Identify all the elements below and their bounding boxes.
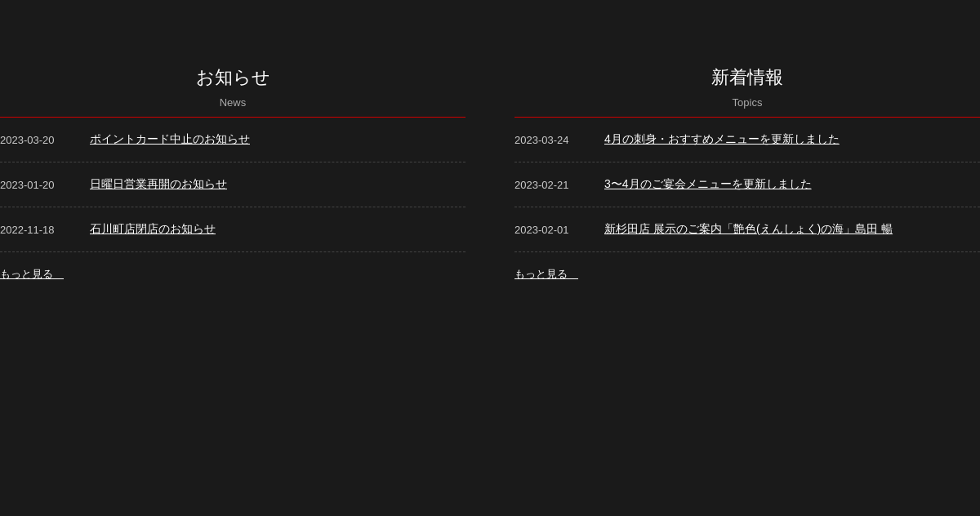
news-item: 2022-11-18 石川町店閉店のお知らせ — [0, 207, 466, 252]
news-section: お知らせ News 2023-03-20 ポイントカード中止のお知らせ 2023… — [0, 65, 490, 282]
page-container: お知らせ News 2023-03-20 ポイントカード中止のお知らせ 2023… — [0, 0, 980, 282]
topics-section: 新着情報 Topics 2023-03-24 4月の刺身・おすすめメニューを更新… — [490, 65, 980, 282]
news-date-3: 2022-11-18 — [0, 224, 74, 236]
topics-title-en: Topics — [514, 96, 980, 117]
news-item: 2023-03-20 ポイントカード中止のお知らせ — [0, 118, 466, 162]
news-more-link[interactable]: もっと見る — [0, 267, 64, 282]
news-title-en: News — [0, 96, 466, 117]
topics-more-link[interactable]: もっと見る — [514, 267, 578, 282]
topics-item: 2023-02-21 3〜4月のご宴会メニューを更新しました — [514, 162, 980, 207]
topics-link-2[interactable]: 3〜4月のご宴会メニューを更新しました — [604, 177, 812, 192]
news-link-3[interactable]: 石川町店閉店のお知らせ — [90, 222, 216, 237]
news-link-1[interactable]: ポイントカード中止のお知らせ — [90, 132, 250, 147]
topics-date-3: 2023-02-01 — [514, 224, 588, 236]
news-date-2: 2023-01-20 — [0, 179, 74, 191]
news-title-jp: お知らせ — [0, 65, 466, 90]
news-link-2[interactable]: 日曜日営業再開のお知らせ — [90, 177, 227, 192]
news-date-1: 2023-03-20 — [0, 134, 74, 146]
news-item: 2023-01-20 日曜日営業再開のお知らせ — [0, 162, 466, 207]
topics-link-1[interactable]: 4月の刺身・おすすめメニューを更新しました — [604, 132, 840, 147]
topics-date-1: 2023-03-24 — [514, 134, 588, 146]
topics-title-jp: 新着情報 — [514, 65, 980, 90]
topics-link-3[interactable]: 新杉田店 展示のご案内「艶色(えんしょく)の海」島田 暢 — [604, 222, 893, 237]
topics-item: 2023-02-01 新杉田店 展示のご案内「艶色(えんしょく)の海」島田 暢 — [514, 207, 980, 252]
topics-date-2: 2023-02-21 — [514, 179, 588, 191]
topics-item: 2023-03-24 4月の刺身・おすすめメニューを更新しました — [514, 118, 980, 162]
